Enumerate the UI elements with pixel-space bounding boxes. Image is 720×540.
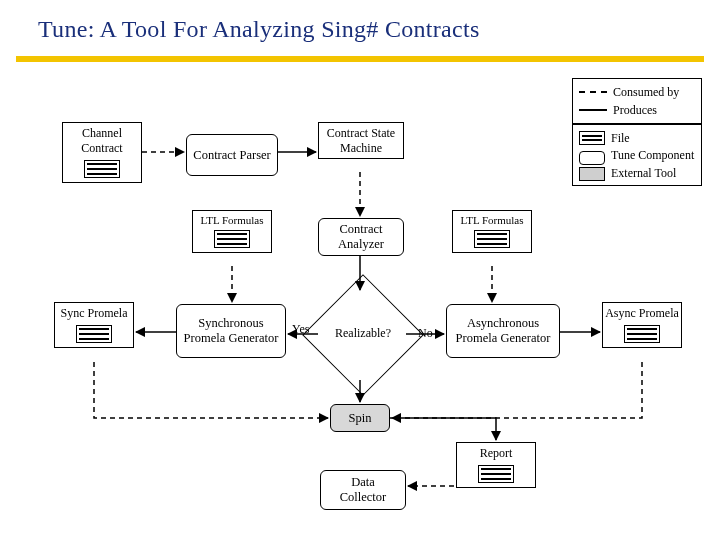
proc-async-generator: Asynchronous Promela Generator bbox=[446, 304, 560, 358]
csm-label: Contract State Machine bbox=[321, 126, 401, 156]
external-swatch-icon bbox=[579, 167, 605, 181]
document-icon bbox=[478, 465, 514, 483]
file-ltl-left: LTL Formulas bbox=[192, 210, 272, 253]
spin-label: Spin bbox=[349, 411, 372, 426]
legend-external-label: External Tool bbox=[611, 167, 676, 180]
no-text: No bbox=[418, 326, 433, 340]
edge-label-no: No bbox=[418, 326, 433, 341]
legend-produces-row: Produces bbox=[579, 101, 695, 119]
legend-node-types: File Tune Component External Tool bbox=[572, 124, 702, 186]
edge-label-yes: Yes bbox=[292, 322, 309, 337]
title-text: Tune: A Tool For Analyzing Sing# Contrac… bbox=[38, 16, 480, 43]
channel-contract-label: Channel Contract bbox=[65, 126, 139, 156]
document-icon bbox=[214, 230, 250, 248]
proc-data-collector: Data Collector bbox=[320, 470, 406, 510]
title-underline bbox=[16, 56, 704, 62]
yes-text: Yes bbox=[292, 322, 309, 336]
file-contract-state-machine: Contract State Machine bbox=[318, 122, 404, 159]
async-gen-label: Asynchronous Promela Generator bbox=[453, 316, 553, 346]
document-icon bbox=[474, 230, 510, 248]
legend-external-row: External Tool bbox=[579, 167, 695, 181]
file-report: Report bbox=[456, 442, 536, 488]
contract-analyzer-label: Contract Analyzer bbox=[325, 222, 397, 252]
file-sync-promela: Sync Promela bbox=[54, 302, 134, 348]
page-title: Tune: A Tool For Analyzing Sing# Contrac… bbox=[0, 0, 720, 58]
async-promela-label: Async Promela bbox=[605, 306, 679, 321]
legend-produces-label: Produces bbox=[613, 103, 657, 118]
ltl-right-label: LTL Formulas bbox=[455, 214, 529, 226]
document-icon bbox=[84, 160, 120, 178]
proc-contract-analyzer: Contract Analyzer bbox=[318, 218, 404, 256]
proc-sync-generator: Synchronous Promela Generator bbox=[176, 304, 286, 358]
document-icon bbox=[624, 325, 660, 343]
file-channel-contract: Channel Contract bbox=[62, 122, 142, 183]
legend-component-row: Tune Component bbox=[579, 149, 695, 165]
proc-spin: Spin bbox=[330, 404, 390, 432]
report-label: Report bbox=[459, 446, 533, 461]
contract-parser-label: Contract Parser bbox=[193, 148, 270, 163]
legend-consumed-row: Consumed by bbox=[579, 83, 695, 101]
file-async-promela: Async Promela bbox=[602, 302, 682, 348]
legend-arrows: Consumed by Produces bbox=[572, 78, 702, 124]
sync-promela-label: Sync Promela bbox=[57, 306, 131, 321]
sync-gen-label: Synchronous Promela Generator bbox=[183, 316, 279, 346]
legend-consumed-label: Consumed by bbox=[613, 85, 679, 100]
document-icon bbox=[76, 325, 112, 343]
decision-realizable bbox=[302, 274, 424, 396]
proc-contract-parser: Contract Parser bbox=[186, 134, 278, 176]
legend-file-row: File bbox=[579, 129, 695, 147]
file-swatch-icon bbox=[579, 131, 605, 145]
legend-component-label: Tune Component bbox=[611, 149, 694, 162]
ltl-left-label: LTL Formulas bbox=[195, 214, 269, 226]
solid-line-icon bbox=[579, 109, 607, 111]
data-collector-label: Data Collector bbox=[327, 475, 399, 505]
legend-file-label: File bbox=[611, 131, 630, 146]
dashed-line-icon bbox=[579, 91, 607, 93]
file-ltl-right: LTL Formulas bbox=[452, 210, 532, 253]
component-swatch-icon bbox=[579, 151, 605, 165]
